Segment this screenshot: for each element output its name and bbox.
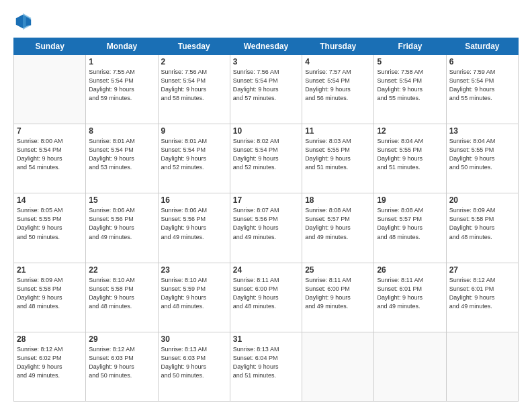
day-number: 7 bbox=[17, 126, 83, 136]
day-info: Sunrise: 7:58 AM Sunset: 5:54 PM Dayligh… bbox=[377, 68, 443, 103]
calendar-dow-wednesday: Wednesday bbox=[230, 38, 302, 55]
day-info: Sunrise: 8:12 AM Sunset: 6:01 PM Dayligh… bbox=[449, 276, 515, 311]
day-number: 25 bbox=[305, 265, 371, 275]
calendar-cell: 9Sunrise: 8:01 AM Sunset: 5:54 PM Daylig… bbox=[158, 124, 230, 193]
logo bbox=[13, 12, 35, 31]
calendar-week-row: 21Sunrise: 8:09 AM Sunset: 5:58 PM Dayli… bbox=[14, 263, 519, 332]
day-info: Sunrise: 7:56 AM Sunset: 5:54 PM Dayligh… bbox=[161, 68, 227, 103]
day-info: Sunrise: 8:12 AM Sunset: 6:02 PM Dayligh… bbox=[17, 345, 83, 380]
calendar-week-row: 28Sunrise: 8:12 AM Sunset: 6:02 PM Dayli… bbox=[14, 332, 519, 401]
calendar-cell: 27Sunrise: 8:12 AM Sunset: 6:01 PM Dayli… bbox=[446, 263, 518, 332]
day-info: Sunrise: 8:08 AM Sunset: 5:57 PM Dayligh… bbox=[305, 206, 371, 241]
calendar-dow-thursday: Thursday bbox=[302, 38, 374, 55]
day-info: Sunrise: 8:01 AM Sunset: 5:54 PM Dayligh… bbox=[161, 137, 227, 172]
day-info: Sunrise: 8:10 AM Sunset: 5:58 PM Dayligh… bbox=[89, 276, 154, 311]
day-number: 21 bbox=[17, 265, 83, 275]
day-number: 11 bbox=[305, 126, 371, 136]
day-number: 18 bbox=[305, 195, 371, 205]
day-number: 13 bbox=[449, 126, 515, 136]
day-number: 16 bbox=[161, 195, 227, 205]
calendar-cell: 3Sunrise: 7:56 AM Sunset: 5:54 PM Daylig… bbox=[230, 55, 302, 124]
calendar-cell bbox=[302, 332, 374, 401]
day-number: 15 bbox=[89, 195, 154, 205]
calendar-cell: 12Sunrise: 8:04 AM Sunset: 5:55 PM Dayli… bbox=[374, 124, 446, 193]
day-info: Sunrise: 8:12 AM Sunset: 6:03 PM Dayligh… bbox=[89, 345, 154, 380]
day-info: Sunrise: 8:04 AM Sunset: 5:55 PM Dayligh… bbox=[377, 137, 443, 172]
day-info: Sunrise: 8:11 AM Sunset: 6:00 PM Dayligh… bbox=[233, 276, 299, 311]
calendar-cell: 10Sunrise: 8:02 AM Sunset: 5:54 PM Dayli… bbox=[230, 124, 302, 193]
day-info: Sunrise: 8:02 AM Sunset: 5:54 PM Dayligh… bbox=[233, 137, 299, 172]
calendar-week-row: 7Sunrise: 8:00 AM Sunset: 5:54 PM Daylig… bbox=[14, 124, 519, 193]
day-info: Sunrise: 8:04 AM Sunset: 5:55 PM Dayligh… bbox=[449, 137, 515, 172]
day-info: Sunrise: 8:00 AM Sunset: 5:54 PM Dayligh… bbox=[17, 137, 83, 172]
day-info: Sunrise: 8:03 AM Sunset: 5:55 PM Dayligh… bbox=[305, 137, 371, 172]
calendar-cell: 26Sunrise: 8:11 AM Sunset: 6:01 PM Dayli… bbox=[374, 263, 446, 332]
calendar-header-row: SundayMondayTuesdayWednesdayThursdayFrid… bbox=[14, 38, 519, 55]
calendar-cell: 18Sunrise: 8:08 AM Sunset: 5:57 PM Dayli… bbox=[302, 193, 374, 263]
logo-icon bbox=[13, 12, 32, 31]
calendar-cell: 7Sunrise: 8:00 AM Sunset: 5:54 PM Daylig… bbox=[14, 124, 86, 193]
calendar-cell: 1Sunrise: 7:55 AM Sunset: 5:54 PM Daylig… bbox=[86, 55, 158, 124]
calendar-cell: 5Sunrise: 7:58 AM Sunset: 5:54 PM Daylig… bbox=[374, 55, 446, 124]
calendar-cell: 19Sunrise: 8:08 AM Sunset: 5:57 PM Dayli… bbox=[374, 193, 446, 263]
calendar-cell: 2Sunrise: 7:56 AM Sunset: 5:54 PM Daylig… bbox=[158, 55, 230, 124]
calendar-week-row: 1Sunrise: 7:55 AM Sunset: 5:54 PM Daylig… bbox=[14, 55, 519, 124]
day-number: 28 bbox=[17, 334, 83, 344]
calendar-dow-monday: Monday bbox=[86, 38, 158, 55]
day-info: Sunrise: 8:13 AM Sunset: 6:03 PM Dayligh… bbox=[161, 345, 227, 380]
day-number: 17 bbox=[233, 195, 299, 205]
day-number: 10 bbox=[233, 126, 299, 136]
day-info: Sunrise: 8:05 AM Sunset: 5:55 PM Dayligh… bbox=[17, 206, 83, 241]
day-number: 26 bbox=[377, 265, 443, 275]
day-info: Sunrise: 8:06 AM Sunset: 5:56 PM Dayligh… bbox=[161, 206, 227, 241]
calendar-cell: 4Sunrise: 7:57 AM Sunset: 5:54 PM Daylig… bbox=[302, 55, 374, 124]
day-number: 6 bbox=[449, 57, 515, 66]
calendar-cell: 24Sunrise: 8:11 AM Sunset: 6:00 PM Dayli… bbox=[230, 263, 302, 332]
day-info: Sunrise: 7:57 AM Sunset: 5:54 PM Dayligh… bbox=[305, 68, 371, 103]
calendar-cell: 15Sunrise: 8:06 AM Sunset: 5:56 PM Dayli… bbox=[86, 193, 158, 263]
day-info: Sunrise: 7:59 AM Sunset: 5:54 PM Dayligh… bbox=[449, 68, 515, 103]
day-number: 19 bbox=[377, 195, 443, 205]
calendar-dow-sunday: Sunday bbox=[14, 38, 86, 55]
calendar-cell: 30Sunrise: 8:13 AM Sunset: 6:03 PM Dayli… bbox=[158, 332, 230, 401]
calendar-cell: 14Sunrise: 8:05 AM Sunset: 5:55 PM Dayli… bbox=[14, 193, 86, 263]
day-number: 12 bbox=[377, 126, 443, 136]
calendar-cell bbox=[374, 332, 446, 401]
day-number: 23 bbox=[161, 265, 227, 275]
calendar-cell: 11Sunrise: 8:03 AM Sunset: 5:55 PM Dayli… bbox=[302, 124, 374, 193]
calendar-table: SundayMondayTuesdayWednesdayThursdayFrid… bbox=[13, 38, 519, 402]
day-info: Sunrise: 8:11 AM Sunset: 6:00 PM Dayligh… bbox=[305, 276, 371, 311]
day-number: 24 bbox=[233, 265, 299, 275]
calendar-dow-saturday: Saturday bbox=[446, 38, 518, 55]
calendar-cell: 13Sunrise: 8:04 AM Sunset: 5:55 PM Dayli… bbox=[446, 124, 518, 193]
calendar-cell: 28Sunrise: 8:12 AM Sunset: 6:02 PM Dayli… bbox=[14, 332, 86, 401]
day-number: 1 bbox=[89, 57, 154, 66]
calendar-cell: 22Sunrise: 8:10 AM Sunset: 5:58 PM Dayli… bbox=[86, 263, 158, 332]
day-number: 5 bbox=[377, 57, 443, 66]
day-info: Sunrise: 7:55 AM Sunset: 5:54 PM Dayligh… bbox=[89, 68, 154, 103]
day-number: 14 bbox=[17, 195, 83, 205]
day-number: 2 bbox=[161, 57, 227, 66]
calendar-cell bbox=[446, 332, 518, 401]
calendar-cell: 17Sunrise: 8:07 AM Sunset: 5:56 PM Dayli… bbox=[230, 193, 302, 263]
calendar-cell: 20Sunrise: 8:09 AM Sunset: 5:58 PM Dayli… bbox=[446, 193, 518, 263]
day-info: Sunrise: 8:09 AM Sunset: 5:58 PM Dayligh… bbox=[449, 206, 515, 241]
day-number: 22 bbox=[89, 265, 154, 275]
calendar-cell: 23Sunrise: 8:10 AM Sunset: 5:59 PM Dayli… bbox=[158, 263, 230, 332]
header bbox=[13, 12, 519, 31]
day-number: 30 bbox=[161, 334, 227, 344]
day-info: Sunrise: 8:09 AM Sunset: 5:58 PM Dayligh… bbox=[17, 276, 83, 311]
day-info: Sunrise: 7:56 AM Sunset: 5:54 PM Dayligh… bbox=[233, 68, 299, 103]
day-info: Sunrise: 8:10 AM Sunset: 5:59 PM Dayligh… bbox=[161, 276, 227, 311]
day-number: 31 bbox=[233, 334, 299, 344]
calendar-cell bbox=[14, 55, 86, 124]
day-number: 8 bbox=[89, 126, 154, 136]
calendar-cell: 21Sunrise: 8:09 AM Sunset: 5:58 PM Dayli… bbox=[14, 263, 86, 332]
calendar-week-row: 14Sunrise: 8:05 AM Sunset: 5:55 PM Dayli… bbox=[14, 193, 519, 263]
calendar-cell: 31Sunrise: 8:13 AM Sunset: 6:04 PM Dayli… bbox=[230, 332, 302, 401]
day-info: Sunrise: 8:06 AM Sunset: 5:56 PM Dayligh… bbox=[89, 206, 154, 241]
day-number: 3 bbox=[233, 57, 299, 66]
day-info: Sunrise: 8:01 AM Sunset: 5:54 PM Dayligh… bbox=[89, 137, 154, 172]
day-info: Sunrise: 8:07 AM Sunset: 5:56 PM Dayligh… bbox=[233, 206, 299, 241]
day-number: 20 bbox=[449, 195, 515, 205]
